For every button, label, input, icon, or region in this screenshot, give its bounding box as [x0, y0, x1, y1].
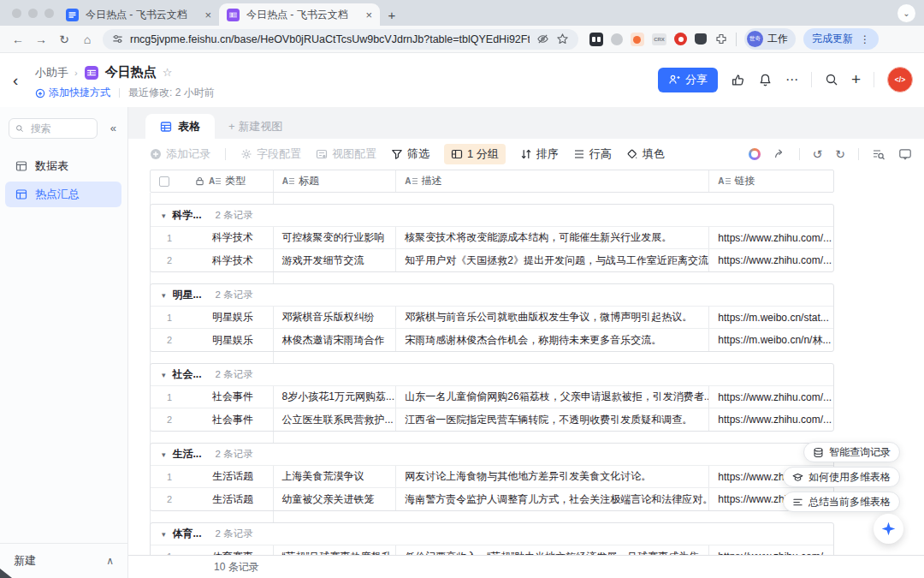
collapse-triangle-icon[interactable]: ▾	[162, 371, 166, 379]
comment-icon[interactable]	[898, 147, 912, 161]
notifications-bell-icon[interactable]	[758, 73, 773, 87]
column-label[interactable]: 类型	[225, 174, 246, 188]
breadcrumb-parent[interactable]: 小助手	[35, 65, 68, 80]
group-button[interactable]: 1 分组	[444, 144, 506, 164]
column-label[interactable]: 描述	[422, 174, 442, 188]
cell-description[interactable]: 网友讨论上海食物与其他地方差异引发美食文化讨论。	[396, 466, 709, 487]
table-row[interactable]: 1体育赛事“苏超”足球赛事热度飙升低价门票高收入，“苏超”助力当地文旅经济发展，…	[151, 545, 833, 555]
new-view-button[interactable]: + 新建视图	[228, 114, 282, 139]
collapse-sidebar-icon[interactable]: «	[110, 122, 116, 134]
praise-icon[interactable]	[731, 73, 745, 87]
collapse-triangle-icon[interactable]: ▾	[162, 450, 166, 459]
extension-gray-icon[interactable]	[611, 33, 623, 45]
header-cell-title[interactable]: A 标题	[274, 170, 397, 192]
sidebar-new-button[interactable]: 新建 ∧	[0, 543, 127, 578]
cell-type[interactable]: 2社会事件	[151, 408, 274, 431]
redo-icon[interactable]: ↻	[835, 147, 845, 161]
table-row[interactable]: 1社会事件8岁小孩花1万元网购荔...山东一名儿童偷偷网购26箱荔枝，父亲申请退…	[151, 386, 833, 408]
browser-menu-icon[interactable]: ⋮	[860, 33, 870, 45]
search-records-icon[interactable]	[872, 147, 886, 161]
cell-link[interactable]: https://m.weibo.cn/n/林...	[709, 329, 833, 351]
cell-title[interactable]: 游戏开发细节交流	[274, 249, 397, 271]
reload-icon[interactable]: ↻	[56, 33, 72, 46]
table-row[interactable]: 2科学技术游戏开发细节交流知乎用户对《天国拯救2》提出开发问题，与战马工作室近距…	[151, 249, 833, 271]
sidebar-item-datatable[interactable]: 数据表	[0, 152, 127, 180]
cell-title[interactable]: 上海美食荒漠争议	[274, 466, 397, 487]
window-minimize-button[interactable]	[28, 9, 38, 18]
sort-button[interactable]: 排序	[520, 146, 559, 162]
cell-type[interactable]: 2科学技术	[151, 249, 274, 271]
table-row[interactable]: 1明星娱乐邓紫棋音乐版权纠纷邓紫棋与前音乐公司就歌曲版权发生争议，微博声明引起热…	[151, 307, 833, 329]
chrome-update-button[interactable]: 完成更新 ⋮	[803, 28, 879, 50]
extension-orange-icon[interactable]	[631, 33, 644, 46]
add-shortcut-link[interactable]: 添加快捷方式	[35, 86, 110, 100]
url-text[interactable]: rncg5jvpme.feishu.cn/base/HeOVb0jRUaCtTc…	[130, 33, 530, 45]
back-icon[interactable]: ←	[10, 33, 26, 46]
extension-crx-icon[interactable]: CRX	[652, 33, 666, 45]
collapse-triangle-icon[interactable]: ▾	[162, 530, 166, 539]
tab-close-icon[interactable]: ×	[365, 9, 372, 21]
extension-red-icon[interactable]	[674, 33, 687, 45]
group-header-row[interactable]: ▾科学...2 条记录	[151, 205, 833, 227]
cell-link[interactable]: https://m.weibo.cn/stat...	[709, 307, 833, 328]
cell-type[interactable]: 1体育赛事	[151, 545, 274, 555]
table-row[interactable]: 2明星娱乐林俊杰邀请宋雨琦合作宋雨琦感谢林俊杰合作机会，称期待未来更多音乐交流。…	[151, 329, 833, 351]
sidebar-item-hotspot-summary[interactable]: 热点汇总	[5, 182, 121, 207]
cell-link[interactable]: https://www.zhihu.com/...	[709, 227, 833, 248]
create-new-icon[interactable]: +	[851, 70, 861, 89]
ai-assistant-button[interactable]	[874, 514, 903, 544]
row-height-button[interactable]: 行高	[573, 146, 612, 162]
table-row[interactable]: 1生活话题上海美食荒漠争议网友讨论上海食物与其他地方差异引发美食文化讨论。htt…	[151, 466, 833, 488]
group-header-row[interactable]: ▾生活...2 条记录	[151, 444, 833, 466]
browser-tab-1[interactable]: 今日热点 - 飞书云文档 ×	[58, 3, 219, 26]
fill-color-button[interactable]: 填色	[626, 146, 665, 162]
cell-description[interactable]: 山东一名儿童偷偷网购26箱荔枝，父亲申请退款被拒，引发消费者...	[396, 386, 709, 408]
how-to-use-base-button[interactable]: 如何使用多维表格	[783, 467, 900, 487]
cell-type[interactable]: 2明星娱乐	[151, 329, 274, 351]
table-row[interactable]: 2社会事件公立医生联系民营救护...江西省一医院指定民营车辆转院，不透明收费引发…	[151, 408, 833, 431]
cell-description[interactable]: 核聚变技术将改变能源成本结构，可能催生新兴行业发展。	[396, 227, 709, 248]
cell-title[interactable]: 公立医生联系民营救护...	[274, 408, 397, 431]
browser-tab-2-active[interactable]: 今日热点 - 飞书云文档 ×	[219, 3, 380, 26]
header-primary-cell[interactable]: A 类型	[151, 170, 274, 192]
header-cell-desc[interactable]: A 描述	[396, 170, 709, 192]
cell-description[interactable]: 宋雨琦感谢林俊杰合作机会，称期待未来更多音乐交流。	[396, 329, 709, 351]
share-button[interactable]: 分享	[658, 68, 718, 92]
extension-kettle-icon[interactable]	[695, 33, 707, 45]
more-icon[interactable]: ⋯	[785, 72, 798, 87]
eye-off-icon[interactable]	[536, 33, 549, 45]
group-header-row[interactable]: ▾体育...2 条记录	[151, 523, 833, 545]
sidebar-search[interactable]	[9, 118, 98, 139]
cell-link[interactable]: https://www.zhihu.com/...	[709, 249, 833, 271]
search-icon[interactable]	[825, 73, 838, 86]
window-controls[interactable]	[12, 9, 54, 18]
cell-title[interactable]: 8岁小孩花1万元网购荔...	[274, 386, 397, 408]
ai-magic-icon[interactable]	[749, 148, 761, 160]
share-view-icon[interactable]	[773, 147, 786, 160]
view-tab-grid[interactable]: 表格	[145, 114, 215, 139]
extensions-puzzle-icon[interactable]	[714, 33, 728, 46]
cell-title[interactable]: 林俊杰邀请宋雨琦合作	[274, 329, 397, 351]
cell-title[interactable]: “苏超”足球赛事热度飙升	[274, 545, 397, 555]
column-label[interactable]: 标题	[299, 174, 319, 188]
undo-icon[interactable]: ↺	[813, 147, 823, 161]
cell-type[interactable]: 1科学技术	[151, 227, 274, 248]
cell-link[interactable]: https://www.zhihu.com/...	[709, 545, 833, 555]
group-header-row[interactable]: ▾社会...2 条记录	[151, 364, 833, 386]
group-header-row[interactable]: ▾明星...2 条记录	[151, 284, 833, 307]
caret-up-icon[interactable]: ∧	[106, 555, 114, 567]
cell-type[interactable]: 1明星娱乐	[151, 307, 274, 328]
collapse-triangle-icon[interactable]: ▾	[162, 212, 166, 220]
filter-button[interactable]: 筛选	[391, 146, 429, 162]
cell-description[interactable]: 知乎用户对《天国拯救2》提出开发问题，与战马工作室近距离交流。	[396, 249, 709, 271]
extension-dark-icon[interactable]	[589, 33, 603, 46]
tab-search-button[interactable]: ⌄	[897, 4, 915, 22]
table-row[interactable]: 2生活话题幼童被父亲关进铁笼海南警方责令监护人调整育儿方式，社会关注极端言论和法…	[151, 488, 833, 510]
home-icon[interactable]: ⌂	[80, 33, 95, 46]
cell-link[interactable]: https://www.zhihu.com/...	[709, 386, 833, 408]
column-label[interactable]: 链接	[735, 174, 755, 188]
cell-type[interactable]: 2生活话题	[151, 488, 274, 510]
cell-title[interactable]: 邓紫棋音乐版权纠纷	[274, 307, 397, 328]
cell-type[interactable]: 1社会事件	[151, 386, 274, 408]
window-close-button[interactable]	[12, 9, 21, 18]
